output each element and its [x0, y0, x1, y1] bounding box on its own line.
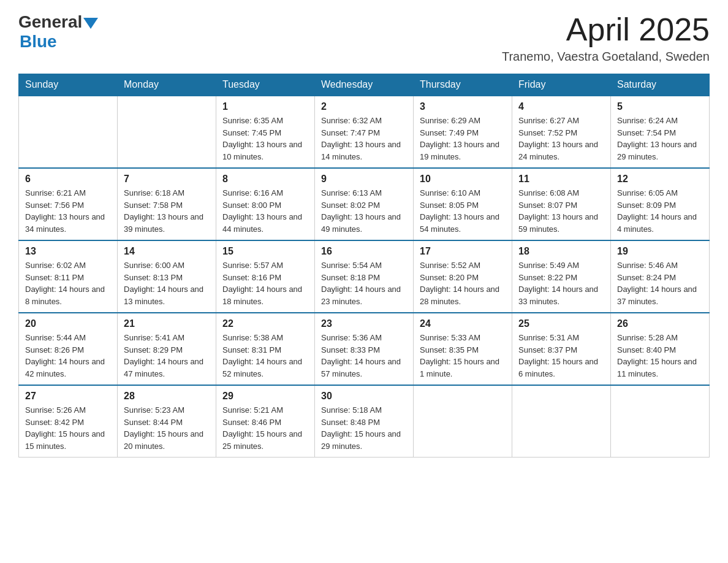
day-number: 10 [420, 174, 506, 185]
calendar-cell-w2-d6: 11 Sunrise: 6:08 AM Sunset: 8:07 PM Dayl… [512, 168, 611, 240]
day-daylight: Daylight: 14 hours and 23 minutes. [321, 285, 401, 306]
logo: General Blue [18, 12, 98, 52]
day-sunset: Sunset: 8:31 PM [222, 345, 281, 354]
col-wednesday: Wednesday [315, 74, 414, 96]
day-sunrise: Sunrise: 5:18 AM [321, 405, 382, 415]
day-sunset: Sunset: 8:18 PM [321, 273, 380, 282]
day-sunrise: Sunrise: 6:16 AM [222, 188, 283, 197]
day-number: 5 [617, 101, 703, 112]
day-daylight: Daylight: 15 hours and 11 minutes. [617, 357, 697, 378]
day-number: 25 [518, 318, 604, 329]
day-sunrise: Sunrise: 5:33 AM [420, 333, 480, 342]
day-number: 15 [222, 246, 308, 257]
day-sunrise: Sunrise: 5:44 AM [25, 333, 86, 342]
day-sunrise: Sunrise: 6:24 AM [617, 116, 678, 125]
col-monday: Monday [118, 74, 216, 96]
calendar-cell-w5-d7 [611, 385, 710, 458]
day-number: 16 [321, 246, 407, 257]
day-number: 9 [321, 174, 407, 185]
calendar-cell-w5-d4: 30 Sunrise: 5:18 AM Sunset: 8:48 PM Dayl… [315, 385, 414, 458]
day-sunrise: Sunrise: 6:02 AM [25, 261, 86, 270]
calendar-cell-w4-d2: 21 Sunrise: 5:41 AM Sunset: 8:29 PM Dayl… [118, 313, 216, 385]
day-sunrise: Sunrise: 6:27 AM [518, 116, 579, 125]
day-daylight: Daylight: 13 hours and 29 minutes. [617, 140, 697, 161]
day-sunset: Sunset: 8:05 PM [420, 201, 479, 210]
day-number: 12 [617, 174, 703, 185]
calendar-cell-w1-d6: 4 Sunrise: 6:27 AM Sunset: 7:52 PM Dayli… [512, 96, 611, 168]
calendar-header-row: Sunday Monday Tuesday Wednesday Thursday… [19, 74, 710, 96]
day-sunset: Sunset: 8:02 PM [321, 201, 380, 210]
day-sunset: Sunset: 7:47 PM [321, 128, 380, 137]
calendar-cell-w3-d7: 19 Sunrise: 5:46 AM Sunset: 8:24 PM Dayl… [611, 240, 710, 313]
calendar-cell-w1-d4: 2 Sunrise: 6:32 AM Sunset: 7:47 PM Dayli… [315, 96, 414, 168]
day-number: 17 [420, 246, 506, 257]
calendar-cell-w5-d6 [512, 385, 611, 458]
day-daylight: Daylight: 13 hours and 10 minutes. [222, 140, 302, 161]
logo-arrow-icon [83, 18, 98, 29]
day-number: 20 [25, 318, 111, 329]
week-row-2: 6 Sunrise: 6:21 AM Sunset: 7:56 PM Dayli… [19, 168, 710, 240]
day-sunset: Sunset: 7:54 PM [617, 128, 676, 137]
calendar-cell-w2-d5: 10 Sunrise: 6:10 AM Sunset: 8:05 PM Dayl… [414, 168, 512, 240]
day-number: 4 [518, 101, 604, 112]
day-daylight: Daylight: 14 hours and 57 minutes. [321, 357, 401, 378]
day-sunset: Sunset: 7:58 PM [124, 201, 183, 210]
day-daylight: Daylight: 15 hours and 15 minutes. [25, 429, 105, 451]
day-sunset: Sunset: 8:48 PM [321, 418, 380, 427]
day-sunset: Sunset: 8:44 PM [124, 418, 183, 427]
day-daylight: Daylight: 13 hours and 44 minutes. [222, 212, 302, 234]
day-sunrise: Sunrise: 6:18 AM [124, 188, 184, 197]
calendar-cell-w5-d5 [414, 385, 512, 458]
day-sunrise: Sunrise: 5:26 AM [25, 405, 86, 415]
calendar-cell-w4-d4: 23 Sunrise: 5:36 AM Sunset: 8:33 PM Dayl… [315, 313, 414, 385]
day-sunset: Sunset: 8:46 PM [222, 418, 281, 427]
day-sunset: Sunset: 8:22 PM [518, 273, 577, 282]
calendar-table: Sunday Monday Tuesday Wednesday Thursday… [18, 74, 710, 458]
calendar-cell-w3-d5: 17 Sunrise: 5:52 AM Sunset: 8:20 PM Dayl… [414, 240, 512, 313]
day-sunrise: Sunrise: 5:41 AM [124, 333, 184, 342]
day-sunrise: Sunrise: 5:52 AM [420, 261, 480, 270]
day-sunset: Sunset: 8:24 PM [617, 273, 676, 282]
day-sunset: Sunset: 7:45 PM [222, 128, 281, 137]
day-daylight: Daylight: 14 hours and 4 minutes. [617, 212, 697, 234]
day-sunrise: Sunrise: 5:46 AM [617, 261, 678, 270]
day-sunset: Sunset: 8:40 PM [617, 345, 676, 354]
day-sunrise: Sunrise: 6:29 AM [420, 116, 480, 125]
logo-general-text: General [18, 12, 82, 32]
day-daylight: Daylight: 13 hours and 54 minutes. [420, 212, 499, 234]
day-sunrise: Sunrise: 6:32 AM [321, 116, 382, 125]
month-title: April 2025 [502, 12, 710, 47]
calendar-cell-w1-d7: 5 Sunrise: 6:24 AM Sunset: 7:54 PM Dayli… [611, 96, 710, 168]
day-daylight: Daylight: 14 hours and 37 minutes. [617, 285, 697, 306]
day-daylight: Daylight: 13 hours and 34 minutes. [25, 212, 105, 234]
day-number: 19 [617, 246, 703, 257]
week-row-3: 13 Sunrise: 6:02 AM Sunset: 8:11 PM Dayl… [19, 240, 710, 313]
day-sunrise: Sunrise: 5:57 AM [222, 261, 283, 270]
day-sunset: Sunset: 8:42 PM [25, 418, 84, 427]
calendar-cell-w1-d5: 3 Sunrise: 6:29 AM Sunset: 7:49 PM Dayli… [414, 96, 512, 168]
day-daylight: Daylight: 15 hours and 6 minutes. [518, 357, 598, 378]
day-daylight: Daylight: 13 hours and 14 minutes. [321, 140, 401, 161]
calendar-cell-w3-d2: 14 Sunrise: 6:00 AM Sunset: 8:13 PM Dayl… [118, 240, 216, 313]
day-sunset: Sunset: 7:56 PM [25, 201, 84, 210]
day-sunrise: Sunrise: 6:00 AM [124, 261, 184, 270]
day-number: 2 [321, 101, 407, 112]
week-row-4: 20 Sunrise: 5:44 AM Sunset: 8:26 PM Dayl… [19, 313, 710, 385]
calendar-cell-w4-d1: 20 Sunrise: 5:44 AM Sunset: 8:26 PM Dayl… [19, 313, 118, 385]
day-sunrise: Sunrise: 5:49 AM [518, 261, 579, 270]
day-sunrise: Sunrise: 6:05 AM [617, 188, 678, 197]
calendar-cell-w3-d1: 13 Sunrise: 6:02 AM Sunset: 8:11 PM Dayl… [19, 240, 118, 313]
day-sunset: Sunset: 8:20 PM [420, 273, 479, 282]
day-sunrise: Sunrise: 5:23 AM [124, 405, 184, 415]
day-number: 21 [124, 318, 210, 329]
day-number: 26 [617, 318, 703, 329]
day-sunrise: Sunrise: 6:08 AM [518, 188, 579, 197]
day-daylight: Daylight: 14 hours and 52 minutes. [222, 357, 302, 378]
calendar-cell-w1-d2 [118, 96, 216, 168]
day-sunset: Sunset: 8:37 PM [518, 345, 577, 354]
calendar-cell-w5-d3: 29 Sunrise: 5:21 AM Sunset: 8:46 PM Dayl… [216, 385, 315, 458]
day-sunrise: Sunrise: 5:31 AM [518, 333, 579, 342]
day-daylight: Daylight: 14 hours and 33 minutes. [518, 285, 598, 306]
day-daylight: Daylight: 13 hours and 39 minutes. [124, 212, 203, 234]
col-thursday: Thursday [414, 74, 512, 96]
